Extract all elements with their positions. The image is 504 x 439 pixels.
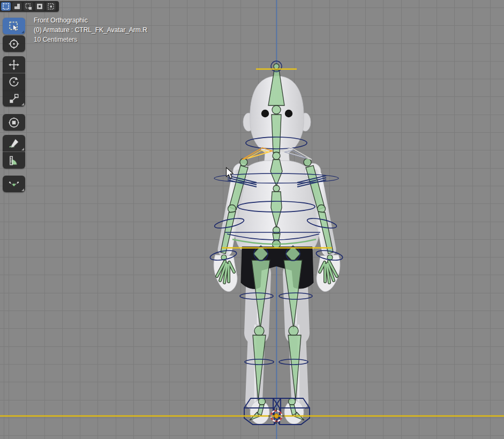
tool-scale[interactable] bbox=[3, 90, 25, 107]
bone-ball-brow bbox=[272, 105, 281, 114]
tool-transform[interactable] bbox=[3, 114, 25, 131]
object-origin-dot bbox=[274, 414, 279, 418]
transform-icon bbox=[8, 117, 20, 128]
select-mode-subtract-button[interactable] bbox=[24, 2, 33, 11]
subtool-indicator bbox=[21, 148, 24, 150]
shorts bbox=[241, 247, 313, 289]
3d-cursor[interactable] bbox=[268, 408, 284, 424]
select-mode-bar bbox=[0, 1, 59, 12]
bone-ball-shoulder-r bbox=[240, 158, 247, 166]
bone-ball-ankle-l bbox=[289, 398, 296, 405]
bone-ball-chest bbox=[273, 185, 280, 192]
select-extend-icon bbox=[13, 3, 21, 10]
select-mode-extend-button[interactable] bbox=[12, 2, 22, 11]
move-icon bbox=[8, 59, 20, 71]
grid-scale-label: 10 Centimeters bbox=[34, 35, 77, 44]
tool-move[interactable] bbox=[3, 56, 25, 73]
tool-pose-breakdowner[interactable] bbox=[3, 176, 25, 192]
bone-ball-knee-l bbox=[289, 326, 298, 336]
tool-cursor[interactable] bbox=[3, 35, 25, 52]
eye-left bbox=[261, 110, 269, 117]
select-subtract-icon bbox=[25, 3, 32, 10]
pose-breakdowner-icon bbox=[8, 178, 20, 190]
subtool-indicator bbox=[21, 103, 24, 105]
active-object-label: (0) Armature : CTRL_FK_Avatar_Arm.R bbox=[34, 25, 147, 35]
scene-render[interactable] bbox=[0, 0, 504, 439]
subtool-indicator bbox=[21, 188, 24, 191]
annotate-icon bbox=[8, 138, 20, 149]
select-intersect-icon bbox=[47, 3, 55, 10]
view-label: Front Orthographic bbox=[34, 16, 88, 25]
rotate-icon bbox=[8, 76, 20, 88]
select-mode-set-button[interactable] bbox=[1, 2, 11, 11]
blender-3d-viewport[interactable]: Front Orthographic (0) Armature : CTRL_F… bbox=[0, 0, 504, 439]
bone-ball-knee-r bbox=[254, 326, 264, 336]
bone-ball-shoulder-l bbox=[304, 158, 311, 166]
subtool-indicator bbox=[21, 31, 24, 33]
bone-ball-ankle-r bbox=[259, 398, 266, 405]
select-invert-icon bbox=[36, 3, 43, 10]
tool-select-box[interactable] bbox=[3, 18, 25, 34]
select-mode-invert-button[interactable] bbox=[35, 2, 44, 11]
cursor-tool-icon bbox=[8, 38, 20, 50]
select-box-icon bbox=[8, 20, 20, 32]
select-set-icon bbox=[2, 3, 10, 10]
select-mode-intersect-button[interactable] bbox=[46, 2, 56, 11]
tool-annotate[interactable] bbox=[3, 135, 25, 152]
measure-icon bbox=[8, 155, 20, 166]
bone-ball-crown bbox=[274, 64, 279, 69]
tool-measure[interactable] bbox=[3, 152, 25, 169]
scale-icon bbox=[8, 93, 20, 104]
eye-right bbox=[285, 110, 292, 117]
tool-rotate[interactable] bbox=[3, 73, 25, 90]
bone-ball-neck bbox=[273, 152, 280, 160]
bone-neck-fk bbox=[272, 115, 281, 153]
